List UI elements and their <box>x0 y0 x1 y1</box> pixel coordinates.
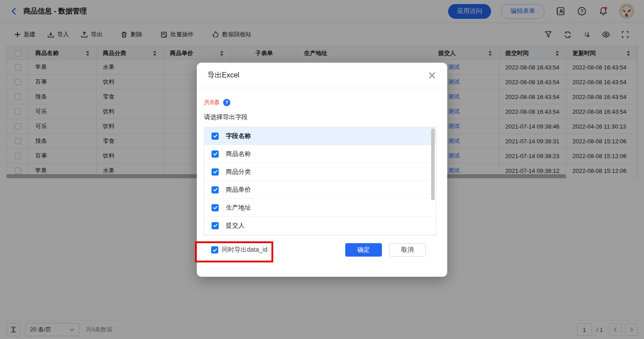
field-checkbox[interactable] <box>212 222 219 229</box>
select-fields-hint: 请选择导出字段 <box>204 113 436 121</box>
help-circle-icon[interactable]: ? <box>223 99 230 106</box>
field-list-header[interactable]: 字段名称 <box>204 127 436 145</box>
field-checkbox[interactable] <box>212 186 219 193</box>
field-option[interactable]: 商品分类 <box>204 163 436 181</box>
field-option[interactable]: 商品单价 <box>204 181 436 199</box>
modal-header: 导出Excel × <box>197 63 447 88</box>
export-data-id-option[interactable]: 同时导出data_id <box>211 246 267 254</box>
cancel-button[interactable]: 取消 <box>389 243 426 257</box>
data-id-label: 同时导出data_id <box>222 246 267 254</box>
record-count-text: 共8条 <box>204 99 220 107</box>
confirm-button[interactable]: 确定 <box>345 243 382 257</box>
field-checkbox[interactable] <box>212 150 219 158</box>
field-option[interactable]: 提交人 <box>204 217 436 235</box>
field-option[interactable]: 商品名称 <box>204 145 436 163</box>
data-id-checkbox[interactable] <box>211 246 218 253</box>
export-field-list: 字段名称商品名称商品分类商品单价生产地址提交人 <box>204 127 436 236</box>
close-icon[interactable]: × <box>428 70 436 81</box>
field-option[interactable]: 生产地址 <box>204 199 436 217</box>
field-checkbox[interactable] <box>212 133 219 140</box>
modal-title: 导出Excel <box>208 71 239 80</box>
export-excel-modal: 导出Excel × 共8条 ? 请选择导出字段 字段名称商品名称商品分类商品单价… <box>197 63 447 277</box>
field-checkbox[interactable] <box>212 168 219 176</box>
vertical-scrollbar[interactable] <box>431 129 435 200</box>
field-checkbox[interactable] <box>212 204 219 211</box>
